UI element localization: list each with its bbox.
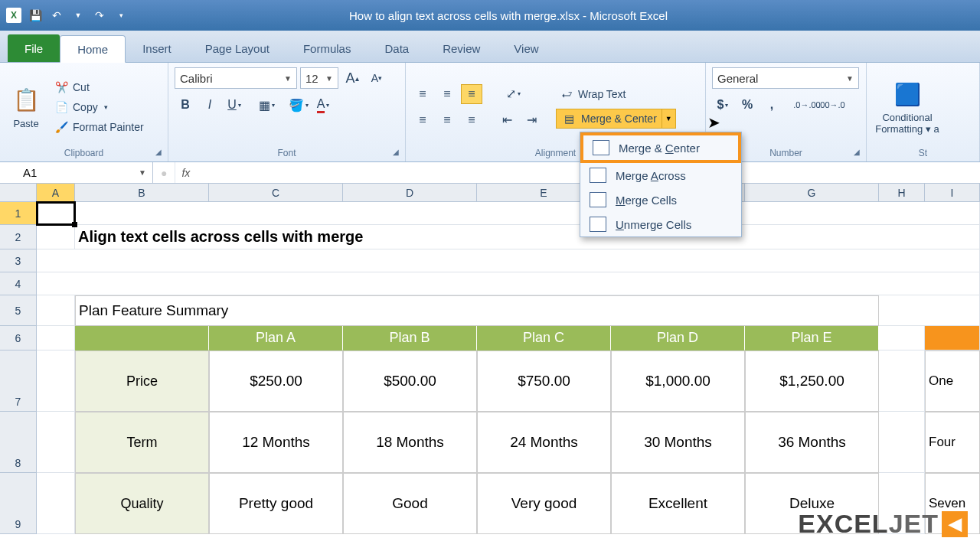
tab-formulas[interactable]: Formulas <box>286 34 368 62</box>
paste-button[interactable]: 📋 Paste <box>6 67 46 146</box>
cell[interactable]: Price <box>75 350 209 412</box>
name-box[interactable]: A1 ▼ <box>0 162 153 183</box>
tab-page-layout[interactable]: Page Layout <box>188 34 286 62</box>
shrink-font-button[interactable]: A▾ <box>366 68 387 88</box>
cell[interactable] <box>879 350 925 412</box>
borders-button[interactable]: ▦▾ <box>256 95 277 115</box>
cell[interactable] <box>879 295 980 326</box>
fx-icon[interactable]: fx <box>175 167 196 179</box>
cell[interactable] <box>925 326 980 350</box>
conditional-formatting-button[interactable]: 🟦 ConditionalFormatting ▾ a <box>873 67 942 146</box>
select-all-corner[interactable] <box>0 184 37 202</box>
column-header-d[interactable]: D <box>343 184 477 202</box>
cell[interactable]: 30 Months <box>611 412 745 473</box>
align-center-button[interactable]: ≡ <box>436 110 458 130</box>
row-header-2[interactable]: 2 <box>0 225 37 249</box>
number-format-select[interactable]: General▼ <box>712 67 859 89</box>
increase-indent-button[interactable]: ⇥ <box>521 110 542 130</box>
tab-file[interactable]: File <box>8 34 60 62</box>
row-header-4[interactable]: 4 <box>0 272 37 295</box>
align-left-button[interactable]: ≡ <box>412 110 433 130</box>
cell[interactable]: $500.00 <box>343 350 477 412</box>
undo-icon[interactable]: ↶ <box>49 8 64 23</box>
column-header-h[interactable]: H <box>879 184 925 202</box>
launcher-icon[interactable]: ◢ <box>854 148 860 156</box>
cell[interactable] <box>37 272 980 295</box>
cell[interactable]: Plan E <box>745 326 879 350</box>
cell[interactable] <box>75 202 980 225</box>
cell[interactable]: Plan D <box>611 326 745 350</box>
cell[interactable]: Plan C <box>477 326 611 350</box>
format-painter-button[interactable]: 🖌️Format Painter <box>51 119 147 135</box>
align-bottom-button[interactable]: ≡ <box>461 84 482 104</box>
tab-review[interactable]: Review <box>426 34 497 62</box>
row-header-7[interactable]: 7 <box>0 350 37 412</box>
cell[interactable]: $1,250.00 <box>745 350 879 412</box>
percent-format-button[interactable]: % <box>737 95 758 115</box>
decrease-decimal-button[interactable]: .00→.0 <box>821 95 842 115</box>
comma-format-button[interactable]: , <box>761 95 782 115</box>
cell[interactable] <box>879 326 925 350</box>
cell[interactable] <box>37 249 980 272</box>
row-header-3[interactable]: 3 <box>0 249 37 272</box>
column-header-b[interactable]: B <box>75 184 209 202</box>
menu-item-merge-across[interactable]: Merge Across <box>580 163 741 187</box>
cell[interactable]: 18 Months <box>343 412 477 473</box>
column-header-c[interactable]: C <box>209 184 343 202</box>
spreadsheet-grid[interactable]: A B C D E F G H I 1 2 Align text cells a… <box>0 184 980 534</box>
cell[interactable]: 24 Months <box>477 412 611 473</box>
cell[interactable]: $250.00 <box>209 350 343 412</box>
align-middle-button[interactable]: ≡ <box>436 84 458 104</box>
cell[interactable]: Term <box>75 412 209 473</box>
menu-item-unmerge-cells[interactable]: Unmerge Cells <box>580 212 741 236</box>
italic-button[interactable]: I <box>199 95 220 115</box>
cell[interactable]: Plan A <box>209 326 343 350</box>
chevron-down-icon[interactable]: ▼ <box>662 109 676 129</box>
cell-plan-summary[interactable]: Plan Feature Summary <box>75 295 879 326</box>
cell-a1[interactable] <box>37 202 75 225</box>
accounting-format-button[interactable]: $▾ <box>712 95 733 115</box>
row-header-5[interactable]: 5 <box>0 295 37 326</box>
column-header-a[interactable]: A <box>37 184 75 202</box>
tab-data[interactable]: Data <box>368 34 426 62</box>
font-color-button[interactable]: A▾ <box>312 95 334 115</box>
cut-button[interactable]: ✂️Cut <box>51 79 147 96</box>
cell[interactable] <box>37 412 75 473</box>
cell[interactable]: Plan B <box>343 326 477 350</box>
cell[interactable] <box>37 350 75 412</box>
menu-item-merge-cells[interactable]: Merge Cells <box>580 187 741 212</box>
cell[interactable] <box>37 295 75 326</box>
cell[interactable]: $1,000.00 <box>611 350 745 412</box>
cell[interactable]: Good <box>343 473 477 534</box>
save-icon[interactable]: 💾 <box>28 8 43 23</box>
launcher-icon[interactable]: ◢ <box>393 148 399 156</box>
tab-view[interactable]: View <box>497 34 555 62</box>
redo-icon[interactable]: ↷ <box>92 8 107 23</box>
align-right-button[interactable]: ≡ <box>461 110 482 130</box>
fill-color-button[interactable]: 🪣▾ <box>288 95 309 115</box>
qat-customize-icon[interactable]: ▾ <box>113 8 129 23</box>
chevron-down-icon[interactable]: ▼ <box>70 8 86 23</box>
cell[interactable]: $750.00 <box>477 350 611 412</box>
cell-title[interactable]: Align text cells across cells with merge <box>75 225 980 249</box>
bold-button[interactable]: B <box>175 95 196 115</box>
align-top-button[interactable]: ≡ <box>412 84 433 104</box>
cell[interactable] <box>37 473 75 534</box>
cell[interactable]: 12 Months <box>209 412 343 473</box>
font-size-select[interactable]: 12▼ <box>300 67 338 89</box>
row-header-6[interactable]: 6 <box>0 326 37 350</box>
column-header-i[interactable]: I <box>925 184 980 202</box>
launcher-icon[interactable]: ◢ <box>155 148 162 156</box>
cell[interactable]: 36 Months <box>745 412 879 473</box>
cell[interactable]: Pretty good <box>209 473 343 534</box>
font-name-select[interactable]: Calibri▼ <box>175 67 297 89</box>
row-header-8[interactable]: 8 <box>0 412 37 473</box>
cell[interactable]: One <box>925 350 980 412</box>
copy-button[interactable]: 📄Copy▾ <box>51 99 147 116</box>
cell[interactable]: Quality <box>75 473 209 534</box>
grow-font-button[interactable]: A▴ <box>341 68 363 88</box>
cell[interactable]: Very good <box>477 473 611 534</box>
underline-button[interactable]: U▾ <box>224 95 245 115</box>
cell[interactable] <box>75 326 209 350</box>
row-header-9[interactable]: 9 <box>0 473 37 534</box>
